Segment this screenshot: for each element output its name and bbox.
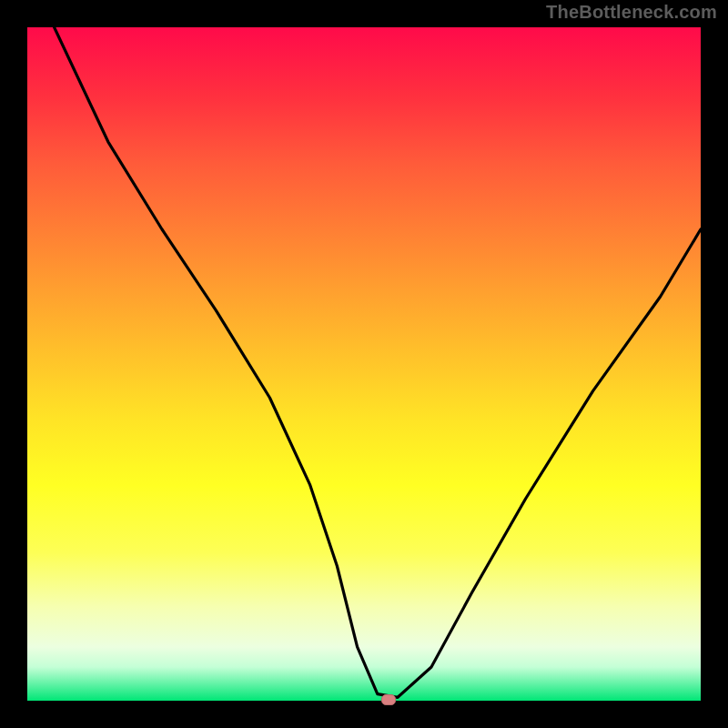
chart-frame: TheBottleneck.com (0, 0, 728, 728)
plot-area (27, 27, 701, 701)
optimum-marker (381, 694, 396, 705)
line-curve (27, 27, 701, 701)
watermark-text: TheBottleneck.com (546, 2, 717, 23)
